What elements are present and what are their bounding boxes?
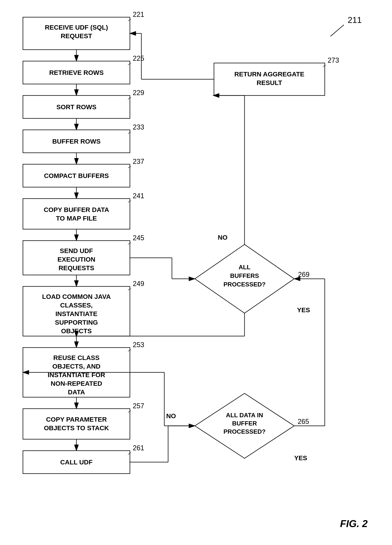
ref-label-225: 225	[133, 54, 144, 62]
ref-label-245: 245	[133, 234, 144, 242]
label-257b: OBJECTS TO STACK	[44, 424, 109, 432]
label-229: SORT ROWS	[56, 103, 96, 111]
label-221b: REQUEST	[61, 32, 92, 39]
ref-label-253: 253	[133, 341, 144, 349]
diagram-container: 211 RECEIVE UDF (SQL) REQUEST 221 RETRIE…	[0, 0, 392, 545]
ref-label-229: 229	[133, 89, 144, 97]
label-257a: COPY PARAMETER	[46, 416, 107, 423]
label-249c: INSTANTIATE	[56, 310, 97, 317]
label-253b: OBJECTS, AND	[52, 363, 100, 370]
ref-label-257: 257	[133, 402, 144, 410]
label-273b: RESULT	[256, 79, 282, 86]
label-249d: SUPPORTING	[55, 319, 98, 326]
label-245a: SEND UDF	[60, 247, 93, 254]
yes-265-label: YES	[294, 454, 307, 462]
label-273a: RETURN AGGREGATE	[234, 70, 304, 78]
label-233: BUFFER ROWS	[52, 138, 100, 145]
label-241b: TO MAP FILE	[56, 215, 97, 222]
no-269-label: NO	[218, 234, 228, 241]
label-245c: REQUESTS	[58, 264, 94, 272]
label-221: RECEIVE UDF (SQL)	[45, 24, 108, 31]
label-249b: CLASSES,	[60, 302, 93, 309]
label-261: CALL UDF	[60, 458, 93, 466]
label-253a: REUSE CLASS	[53, 354, 100, 361]
label-245b: EXECUTION	[57, 256, 95, 263]
label-249e: OBJECTS	[61, 327, 92, 334]
ref-label-273: 273	[328, 56, 339, 64]
label-225: RETRIEVE ROWS	[49, 69, 104, 76]
label-241a: COPY BUFFER DATA	[44, 206, 109, 213]
ref-label-241: 241	[133, 192, 144, 200]
ref-label-265: 265	[298, 418, 309, 426]
yes-269-label: YES	[297, 306, 310, 314]
label-253d: NON-REPEATED	[51, 380, 102, 387]
ref-211: 211	[348, 15, 362, 25]
label-249a: LOAD COMMON JAVA	[42, 293, 111, 300]
node-257	[23, 409, 130, 439]
ref-label-221: 221	[133, 11, 144, 18]
node-241	[23, 198, 130, 229]
ref-label-261: 261	[133, 444, 144, 452]
label-253e: DATA	[68, 388, 85, 396]
ref-label-249: 249	[133, 280, 144, 288]
label-269a: ALL	[239, 264, 250, 271]
no-265-label: NO	[166, 412, 176, 420]
svg-line-2	[330, 25, 344, 36]
label-265c: PROCESSED?	[224, 428, 266, 435]
ref-label-269: 269	[298, 271, 310, 279]
label-265a: ALL DATA IN	[226, 412, 263, 419]
ref-label-237: 237	[133, 158, 144, 165]
ref-label-233: 233	[133, 123, 144, 131]
label-269b: BUFFERS	[230, 272, 259, 279]
label-237: COMPACT BUFFERS	[44, 172, 109, 179]
label-265b: BUFFER	[232, 420, 257, 427]
label-269c: PROCESSED?	[224, 281, 266, 288]
fig-label: FIG. 2	[340, 518, 368, 529]
